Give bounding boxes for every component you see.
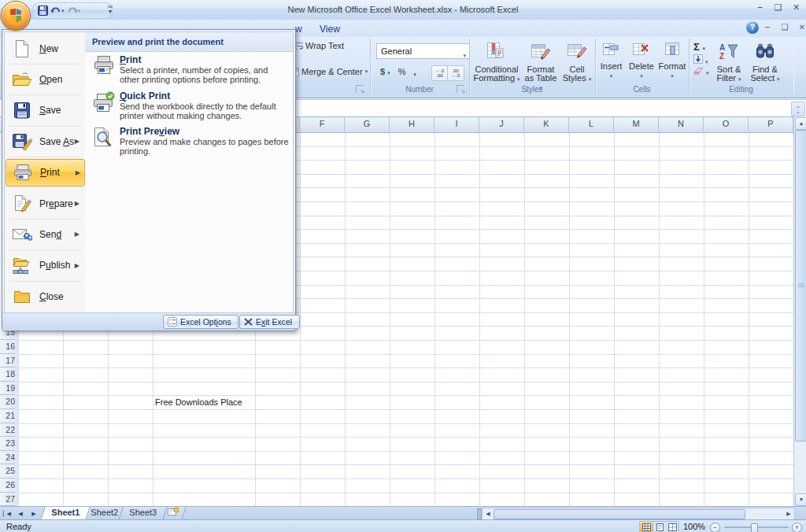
row-header-26[interactable]: 26 bbox=[0, 478, 15, 493]
number-dialog-launcher[interactable] bbox=[457, 85, 464, 93]
vertical-scrollbar[interactable]: ▲ ▼ bbox=[793, 116, 806, 506]
row-header-22[interactable]: 22 bbox=[0, 423, 15, 438]
gridline bbox=[659, 132, 660, 506]
column-header-M[interactable]: M bbox=[614, 116, 659, 131]
row-header-27[interactable]: 27 bbox=[0, 493, 15, 506]
comma-style-button[interactable]: , bbox=[409, 65, 420, 79]
formula-bar-expand-button[interactable]: ⌄⌄ bbox=[791, 102, 805, 116]
scroll-right-button[interactable]: ▶ bbox=[784, 509, 793, 518]
page-break-preview-button[interactable] bbox=[666, 522, 678, 532]
window-restore-button[interactable]: ❏ bbox=[771, 2, 785, 13]
first-sheet-button[interactable]: ▏◀ bbox=[2, 508, 12, 519]
office-menu-item-new[interactable]: New bbox=[6, 35, 83, 62]
sort-filter-icon: AZ bbox=[711, 42, 747, 63]
print-preview-icon bbox=[93, 127, 113, 150]
conditional-formatting-icon bbox=[472, 42, 521, 63]
column-header-I[interactable]: I bbox=[434, 116, 479, 131]
open-folder-icon bbox=[10, 72, 34, 87]
column-header-J[interactable]: J bbox=[479, 116, 524, 131]
alignment-dialog-launcher[interactable] bbox=[356, 85, 364, 93]
row-header-23[interactable]: 23 bbox=[0, 437, 15, 451]
delete-cells-button[interactable]: Delete ▾ bbox=[627, 41, 656, 80]
column-header-K[interactable]: K bbox=[524, 116, 569, 131]
conditional-formatting-button[interactable]: Conditional Formatting ▾ bbox=[472, 41, 521, 83]
office-menu-item-save[interactable]: Save bbox=[6, 97, 83, 124]
currency-format-button[interactable]: $ ▾ bbox=[376, 65, 394, 79]
zoom-out-button[interactable]: − bbox=[710, 523, 720, 532]
new-document-icon bbox=[10, 39, 34, 58]
clear-button[interactable]: ▾ bbox=[693, 67, 709, 76]
window-minimize-button[interactable]: – bbox=[753, 2, 767, 13]
find-select-button[interactable]: Find & Select ▾ bbox=[745, 41, 785, 83]
office-menu-item-publish[interactable]: Publish▶ bbox=[6, 252, 83, 279]
number-format-combobox[interactable]: General ▾ bbox=[376, 43, 470, 59]
office-menu-item-prepare[interactable]: Prepare▶ bbox=[6, 190, 83, 217]
print-pane-item-print-preview[interactable]: Print PreviewPreview and make changes to… bbox=[85, 126, 293, 161]
zoom-slider-thumb[interactable] bbox=[751, 523, 758, 532]
horizontal-scroll-thumb[interactable] bbox=[494, 509, 745, 519]
prev-sheet-button[interactable]: ◀ bbox=[15, 508, 25, 519]
find-select-icon bbox=[745, 42, 785, 63]
autosum-button[interactable]: Σ ▾ bbox=[693, 41, 709, 53]
tab-view[interactable]: View bbox=[320, 24, 340, 35]
print-pane-item-title: Quick Print bbox=[120, 91, 170, 102]
office-button[interactable] bbox=[2, 2, 30, 30]
office-menu-item-label: New bbox=[39, 43, 58, 54]
sheet-tab-sheet3[interactable]: Sheet3 bbox=[118, 507, 167, 520]
workbook-close-button[interactable]: ✕ bbox=[797, 23, 806, 32]
zoom-in-button[interactable]: + bbox=[792, 523, 802, 532]
cell-styles-button[interactable]: Cell Styles ▾ bbox=[560, 41, 593, 83]
vertical-scroll-thumb[interactable] bbox=[795, 130, 806, 441]
sheet-tab-sheet1[interactable]: Sheet1 bbox=[40, 507, 91, 520]
column-header-G[interactable]: G bbox=[345, 116, 390, 131]
office-menu-item-open[interactable]: Open bbox=[6, 65, 83, 93]
office-menu-item-print[interactable]: Print▶ bbox=[6, 159, 85, 187]
zoom-level-label[interactable]: 100% bbox=[683, 522, 705, 531]
decrease-decimal-button[interactable]: .00→.0 bbox=[448, 66, 463, 80]
format-cells-button[interactable]: Format ▾ bbox=[656, 41, 688, 80]
row-header-21[interactable]: 21 bbox=[0, 409, 15, 423]
ribbon-group-styles: Conditional Formatting ▾ Format as Table… bbox=[469, 39, 596, 95]
scroll-up-button[interactable]: ▲ bbox=[795, 117, 806, 130]
exit-excel-button[interactable]: Exit Excel bbox=[239, 315, 300, 329]
normal-view-button[interactable] bbox=[640, 522, 653, 532]
page-layout-view-button[interactable] bbox=[653, 522, 666, 532]
help-button[interactable]: ? bbox=[746, 21, 759, 34]
merge-center-button[interactable]: Merge & Center ▾ bbox=[288, 67, 368, 76]
workbook-restore-button[interactable]: ❏ bbox=[779, 23, 790, 32]
row-header-24[interactable]: 24 bbox=[0, 451, 15, 465]
percent-style-button[interactable]: % bbox=[394, 65, 410, 79]
column-header-F[interactable]: F bbox=[300, 116, 345, 131]
insert-cells-button[interactable]: Insert ▾ bbox=[597, 41, 626, 80]
column-header-P[interactable]: P bbox=[749, 116, 793, 131]
print-pane-item-print[interactable]: PrintSelect a printer, number of copies,… bbox=[85, 54, 293, 89]
scroll-left-button[interactable]: ◀ bbox=[483, 509, 493, 518]
row-header-17[interactable]: 17 bbox=[0, 354, 15, 368]
next-sheet-button[interactable]: ▶ bbox=[28, 508, 39, 519]
view-shortcut-buttons bbox=[639, 521, 679, 532]
column-header-L[interactable]: L bbox=[569, 116, 614, 131]
excel-options-button[interactable]: Excel Options bbox=[163, 315, 238, 329]
row-header-16[interactable]: 16 bbox=[0, 340, 15, 354]
column-header-O[interactable]: O bbox=[704, 116, 749, 131]
column-header-H[interactable]: H bbox=[390, 116, 434, 131]
scroll-down-button[interactable]: ▼ bbox=[795, 493, 806, 506]
increase-decimal-button[interactable]: ←.0.00 bbox=[432, 66, 448, 80]
office-menu-item-close[interactable]: Close bbox=[6, 283, 83, 310]
row-header-18[interactable]: 18 bbox=[0, 368, 15, 382]
window-close-button[interactable]: ✕ bbox=[789, 2, 803, 13]
sort-filter-button[interactable]: AZ Sort & Filter ▾ bbox=[711, 41, 747, 83]
column-header-N[interactable]: N bbox=[659, 116, 704, 131]
row-header-19[interactable]: 19 bbox=[0, 382, 15, 396]
row-header-25[interactable]: 25 bbox=[0, 464, 15, 478]
wrap-text-button[interactable]: Wrap Text bbox=[293, 41, 344, 50]
office-menu-item-save-as[interactable]: Save As▶ bbox=[6, 127, 83, 155]
fill-button[interactable]: ▾ bbox=[693, 54, 709, 65]
row-header-20[interactable]: 20 bbox=[0, 395, 15, 409]
print-pane-item-quick-print[interactable]: Quick PrintSend the workbook directly to… bbox=[85, 91, 293, 125]
cells-group-label: Cells bbox=[595, 85, 689, 94]
cell-d20-text[interactable]: Free Downloads Place bbox=[155, 397, 242, 407]
office-menu-item-send[interactable]: Send▶ bbox=[6, 220, 83, 248]
workbook-minimize-button[interactable]: – bbox=[762, 23, 773, 32]
tab-review-partial[interactable]: w bbox=[295, 24, 302, 35]
